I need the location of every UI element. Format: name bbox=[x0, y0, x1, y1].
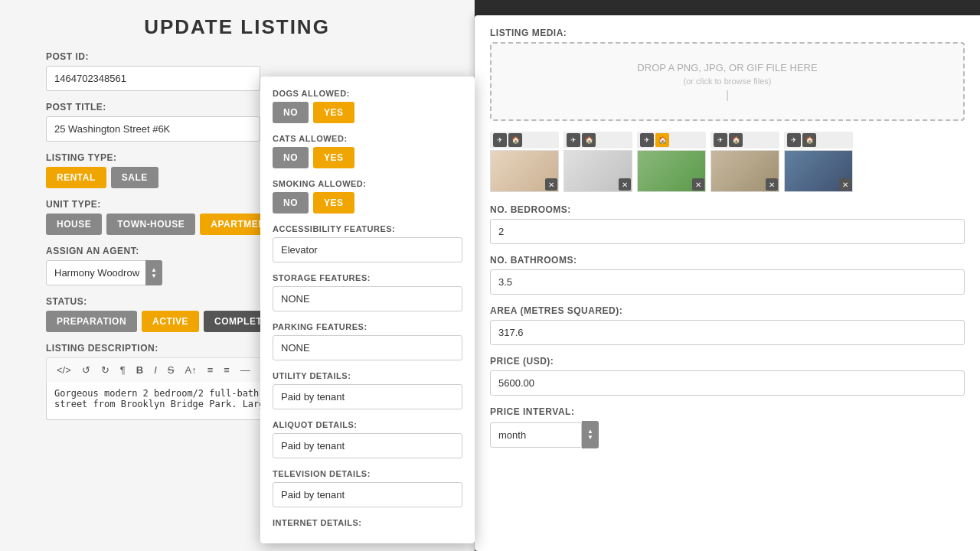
thumb2-delete-button[interactable]: ✕ bbox=[619, 178, 631, 191]
thumb4-home-icon[interactable]: 🏠 bbox=[729, 133, 743, 147]
agent-select-wrapper: Harmony Woodrow ▲ ▼ bbox=[46, 260, 162, 285]
price-interval-input[interactable] bbox=[490, 422, 582, 448]
no-bedrooms-input[interactable] bbox=[490, 219, 965, 244]
upload-area[interactable]: DROP A PNG, JPG, OR GIF FILE HERE (or cl… bbox=[490, 42, 965, 121]
post-id-label: POST ID: bbox=[46, 51, 428, 62]
thumb1-home-icon[interactable]: 🏠 bbox=[508, 133, 522, 147]
thumb1-location-icon[interactable]: ✈ bbox=[493, 133, 507, 147]
thumbnail-4: ✈ 🏠 ✕ bbox=[710, 132, 779, 192]
agent-select[interactable]: Harmony Woodrow bbox=[46, 260, 162, 285]
undo-button[interactable]: ↺ bbox=[78, 363, 94, 377]
code-button[interactable]: </> bbox=[53, 363, 75, 377]
thumbnail-5: ✈ 🏠 ✕ bbox=[784, 132, 853, 192]
upload-cursor: | bbox=[504, 89, 951, 101]
upload-sub-text: (or click to browse files) bbox=[504, 77, 951, 86]
post-id-input[interactable] bbox=[46, 66, 260, 91]
paragraph-button[interactable]: ¶ bbox=[116, 363, 129, 377]
utility-input[interactable] bbox=[273, 384, 462, 409]
television-label: TELEVISION DETAILS: bbox=[273, 469, 462, 478]
thumbnails-row: ✈ 🏠 ✕ ✈ 🏠 ✕ ✈ 🏠 ✕ ✈ bbox=[490, 132, 965, 192]
bold-button[interactable]: B bbox=[132, 363, 147, 377]
thumbnail-2: ✈ 🏠 ✕ bbox=[564, 132, 632, 192]
internet-label: INTERNET DETAILS: bbox=[273, 518, 462, 527]
thumb3-delete-button[interactable]: ✕ bbox=[692, 178, 704, 191]
television-input[interactable] bbox=[273, 482, 462, 507]
hr-button[interactable]: — bbox=[237, 363, 254, 377]
font-size-button[interactable]: A↑ bbox=[181, 363, 200, 377]
dogs-yes-button[interactable]: YES bbox=[313, 102, 354, 123]
area-label: AREA (METRES SQUARED): bbox=[490, 305, 965, 316]
thumb5-delete-button[interactable]: ✕ bbox=[839, 178, 851, 191]
utility-label: UTILITY DETAILS: bbox=[273, 371, 462, 380]
cats-allowed-label: CATS ALLOWED: bbox=[273, 134, 462, 143]
thumb1-delete-button[interactable]: ✕ bbox=[545, 178, 557, 191]
thumb2-home-icon[interactable]: 🏠 bbox=[582, 133, 596, 147]
storage-input[interactable] bbox=[273, 286, 462, 311]
italic-button[interactable]: I bbox=[150, 363, 161, 377]
townhouse-button[interactable]: TOWN-HOUSE bbox=[106, 214, 195, 235]
right-panel: LISTING MEDIA: DROP A PNG, JPG, OR GIF F… bbox=[475, 15, 980, 551]
thumb4-delete-button[interactable]: ✕ bbox=[766, 178, 778, 191]
thumbnail-3: ✈ 🏠 ✕ bbox=[637, 132, 706, 192]
thumb5-home-icon[interactable]: 🏠 bbox=[802, 133, 816, 147]
thumb3-home-icon[interactable]: 🏠 bbox=[655, 133, 669, 147]
cats-no-button[interactable]: NO bbox=[273, 147, 309, 168]
upload-main-text: DROP A PNG, JPG, OR GIF FILE HERE bbox=[504, 62, 951, 73]
rental-button[interactable]: RENTAL bbox=[46, 167, 106, 188]
aliquot-label: ALIQUOT DETAILS: bbox=[273, 420, 462, 429]
sale-button[interactable]: SALE bbox=[111, 167, 158, 188]
thumb2-location-icon[interactable]: ✈ bbox=[567, 133, 580, 147]
parking-input[interactable] bbox=[273, 335, 462, 360]
ol-button[interactable]: ≡ bbox=[220, 363, 234, 377]
listing-media-label: LISTING MEDIA: bbox=[490, 28, 965, 38]
parking-label: PARKING FEATURES: bbox=[273, 322, 462, 331]
smoking-allowed-group: NO YES bbox=[273, 192, 462, 214]
storage-label: STORAGE FEATURES: bbox=[273, 273, 462, 282]
price-interval-label: PRICE INTERVAL: bbox=[490, 406, 965, 417]
cats-allowed-group: NO YES bbox=[273, 147, 462, 168]
page-title: UPDATE LISTING bbox=[0, 0, 474, 51]
no-bedrooms-label: NO. BEDROOMS: bbox=[490, 204, 965, 215]
no-bathrooms-label: NO. BATHROOMS: bbox=[490, 255, 965, 266]
thumb4-location-icon[interactable]: ✈ bbox=[714, 133, 727, 147]
price-input[interactable] bbox=[490, 370, 965, 396]
price-interval-row: ▲ ▼ bbox=[490, 421, 965, 448]
accessibility-label: ACCESSIBILITY FEATURES: bbox=[273, 224, 462, 233]
smoking-no-button[interactable]: NO bbox=[273, 192, 309, 214]
thumb3-location-icon[interactable]: ✈ bbox=[640, 133, 654, 147]
dogs-allowed-group: NO YES bbox=[273, 102, 462, 123]
house-button[interactable]: HOUSE bbox=[46, 214, 102, 235]
preparation-button[interactable]: PREPARATION bbox=[46, 311, 137, 332]
smoking-yes-button[interactable]: YES bbox=[313, 192, 354, 214]
redo-button[interactable]: ↻ bbox=[97, 363, 113, 377]
dogs-no-button[interactable]: NO bbox=[273, 102, 309, 123]
price-interval-arrows[interactable]: ▲ ▼ bbox=[582, 421, 599, 448]
ul-button[interactable]: ≡ bbox=[204, 363, 217, 377]
area-input[interactable] bbox=[490, 320, 965, 345]
aliquot-input[interactable] bbox=[273, 433, 462, 458]
thumb5-location-icon[interactable]: ✈ bbox=[787, 133, 801, 147]
accessibility-input[interactable] bbox=[273, 237, 462, 262]
cats-yes-button[interactable]: YES bbox=[313, 147, 354, 168]
thumbnail-1: ✈ 🏠 ✕ bbox=[490, 132, 559, 192]
active-button[interactable]: ACTIVE bbox=[142, 311, 199, 332]
strikethrough-button[interactable]: S bbox=[164, 363, 178, 377]
post-title-input[interactable] bbox=[46, 116, 260, 142]
smoking-allowed-label: SMOKING ALLOWED: bbox=[273, 179, 462, 188]
features-modal: DOGS ALLOWED: NO YES CATS ALLOWED: NO YE… bbox=[260, 77, 475, 543]
dogs-allowed-label: DOGS ALLOWED: bbox=[273, 89, 462, 98]
price-label: PRICE (USD): bbox=[490, 356, 965, 367]
no-bathrooms-input[interactable] bbox=[490, 269, 965, 295]
